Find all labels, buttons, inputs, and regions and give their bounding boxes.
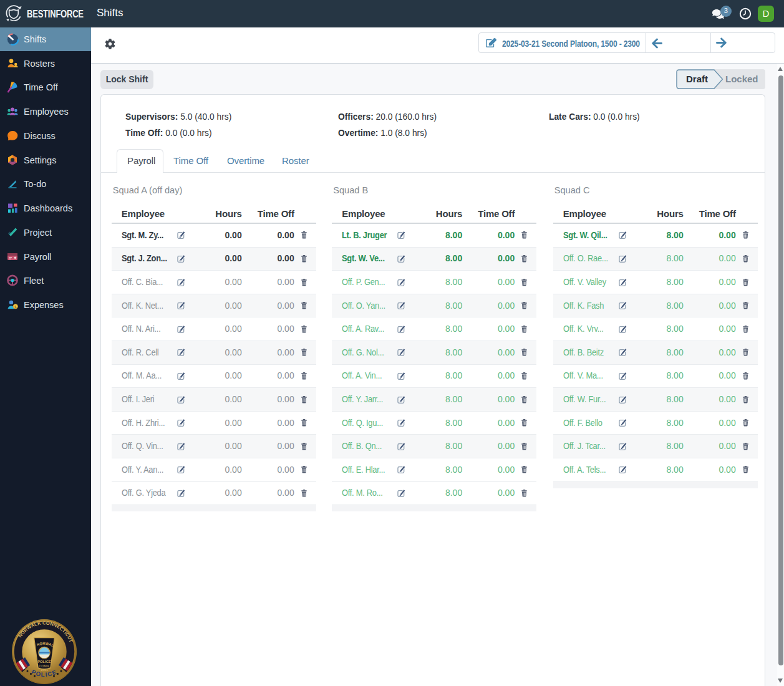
svg-text:$: $ xyxy=(14,304,16,308)
svg-text:POLICE: POLICE xyxy=(37,660,51,664)
